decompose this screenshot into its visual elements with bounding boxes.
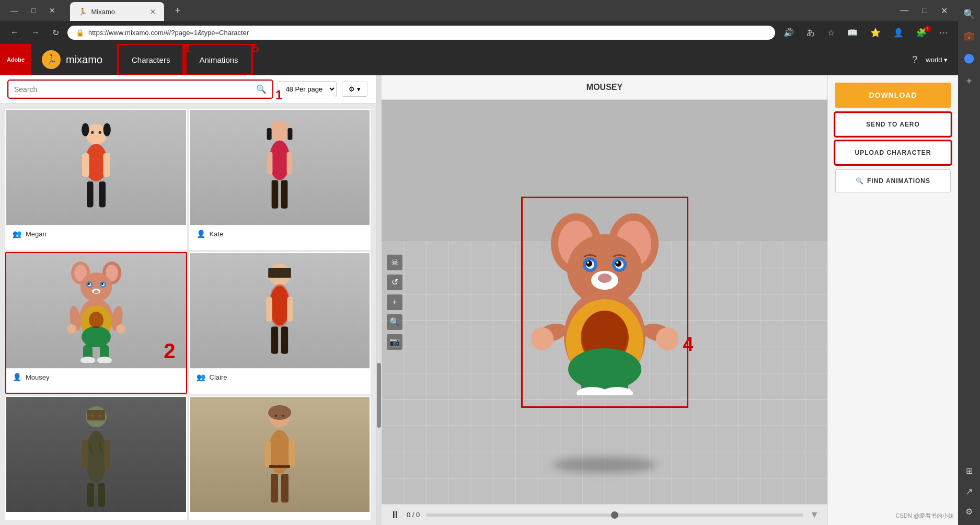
svg-point-42 xyxy=(89,312,103,328)
nav-forward-btn[interactable]: → xyxy=(27,26,44,39)
svg-point-28 xyxy=(101,283,103,285)
search-bar: 🔍 1 48 Per page 24 Per page 96 Per page … xyxy=(0,75,376,104)
find-anim-icon: 🔍 xyxy=(856,177,864,185)
sidebar-external-icon[interactable]: ↗ xyxy=(964,482,975,500)
character-card-kate[interactable]: 👤 Kate xyxy=(189,109,371,250)
kate-image xyxy=(190,110,370,225)
win-minimize-right[interactable]: — xyxy=(896,6,913,15)
character-card-zombie[interactable] xyxy=(5,396,187,520)
mousey-image: 2 xyxy=(6,253,186,368)
win-maximize-right[interactable]: □ xyxy=(918,6,931,15)
nav-back-btn[interactable]: ← xyxy=(6,26,23,39)
progress-bar[interactable] xyxy=(426,513,803,517)
browser-tab[interactable]: 🏃 Mixamo ✕ xyxy=(70,2,164,21)
adobe-text: Adobe xyxy=(7,56,25,63)
scrollbar-thumb[interactable] xyxy=(377,363,381,428)
svg-rect-49 xyxy=(271,327,278,354)
character-card-adventurer[interactable] xyxy=(189,396,371,520)
svg-point-41 xyxy=(97,357,112,363)
claire-name: Claire xyxy=(210,373,227,381)
view-zoom-icon[interactable]: 🔍 xyxy=(387,314,402,330)
upload-character-btn[interactable]: UPLOAD CHARACTER 3 xyxy=(835,141,951,164)
svg-point-10 xyxy=(269,120,290,141)
window-close[interactable]: ✕ xyxy=(45,5,60,16)
viewer-controls: ☠ ↺ + 🔍 📷 xyxy=(387,255,402,350)
new-tab-btn[interactable]: + xyxy=(169,2,186,19)
address-bar[interactable]: 🔒 https://www.mixamo.com/#/?page=1&type=… xyxy=(67,26,775,40)
download-btn[interactable]: DOWNLOAD 6 xyxy=(835,83,951,108)
megan-name: Megan xyxy=(26,230,47,238)
window-minimize[interactable]: — xyxy=(6,5,22,16)
tab-characters[interactable]: Characters 1 xyxy=(118,44,183,75)
sidebar-circle-icon[interactable]: ⬤ xyxy=(962,48,976,68)
svg-point-33 xyxy=(82,326,111,347)
window-maximize[interactable]: □ xyxy=(27,5,40,16)
svg-rect-70 xyxy=(281,474,289,503)
reader-icon[interactable]: 📖 xyxy=(843,26,862,40)
sidebar-settings-icon[interactable]: ⚙ xyxy=(963,503,975,521)
help-btn[interactable]: ? xyxy=(912,54,917,65)
mousey-svg xyxy=(62,258,130,363)
tab-close-btn[interactable]: ✕ xyxy=(150,8,156,16)
character-card-mousey[interactable]: 2 👤 Mousey xyxy=(5,252,187,393)
tab-animations[interactable]: Animations 5 xyxy=(186,44,251,75)
nav-right: ? world ▾ xyxy=(912,54,958,65)
settings-btn[interactable]: ⚙ ▾ xyxy=(342,82,367,97)
extensions-icon[interactable]: 🧩 ! xyxy=(912,26,931,40)
kate-type-icon: 👤 xyxy=(197,230,205,238)
view-undo-icon[interactable]: ↺ xyxy=(387,275,402,290)
svg-rect-44 xyxy=(268,268,291,278)
megan-image xyxy=(6,110,186,225)
view-camera-icon[interactable]: 📷 xyxy=(387,334,402,350)
profile-icon[interactable]: 👤 xyxy=(889,26,908,40)
svg-point-40 xyxy=(80,357,95,363)
adventurer-image xyxy=(190,397,370,512)
scrollbar-track[interactable] xyxy=(376,75,382,525)
search-input-wrap[interactable]: 🔍 1 xyxy=(8,81,272,98)
svg-point-37 xyxy=(116,324,125,334)
find-animations-btn[interactable]: 🔍 FIND ANIMATIONS xyxy=(835,169,951,192)
sidebar-grid-icon[interactable]: ⊞ xyxy=(964,462,975,480)
svg-rect-3 xyxy=(103,153,110,177)
svg-point-27 xyxy=(88,283,90,285)
megan-svg xyxy=(70,120,122,214)
selection-box-3d xyxy=(521,197,688,408)
svg-point-36 xyxy=(67,324,76,334)
action-panel: DOWNLOAD 6 SEND TO AERO UPLOAD CHARACTER… xyxy=(827,75,958,525)
sidebar-briefcase-icon[interactable]: 💼 xyxy=(961,26,977,46)
scroll-down-btn[interactable]: ▼ xyxy=(810,509,819,520)
more-icon[interactable]: ⋯ xyxy=(935,26,952,40)
play-pause-btn[interactable]: ⏸ xyxy=(390,509,400,521)
svg-point-22 xyxy=(80,272,112,302)
win-close-right[interactable]: ✕ xyxy=(937,6,952,16)
per-page-select[interactable]: 48 Per page 24 Per page 96 Per page xyxy=(278,81,337,97)
svg-rect-15 xyxy=(287,152,293,174)
svg-point-55 xyxy=(86,431,107,483)
search-icon: 🔍 xyxy=(256,84,267,94)
mousey-name-bar: 👤 Mousey xyxy=(6,368,186,385)
svg-point-46 xyxy=(270,286,290,326)
character-card-megan[interactable]: 👥 Megan xyxy=(5,109,187,250)
sidebar-search-icon[interactable]: 🔍 xyxy=(961,4,977,24)
svg-point-0 xyxy=(86,124,107,145)
view-rotate-icon[interactable]: ☠ xyxy=(387,255,402,270)
sidebar-plus-icon[interactable]: ＋ xyxy=(962,70,976,91)
search-input[interactable] xyxy=(14,85,253,94)
user-menu[interactable]: world ▾ xyxy=(926,56,948,64)
view-add-icon[interactable]: + xyxy=(387,294,402,310)
read-aloud-icon[interactable]: 🔊 xyxy=(779,26,798,40)
svg-rect-54 xyxy=(87,410,105,420)
svg-point-52 xyxy=(282,272,284,275)
browser-addressbar: ← → ↻ 🔒 https://www.mixamo.com/#/?page=1… xyxy=(0,21,958,44)
mousey-type-icon: 👤 xyxy=(13,373,21,381)
nav-refresh-btn[interactable]: ↻ xyxy=(48,26,63,40)
send-aero-btn[interactable]: SEND TO AERO xyxy=(835,113,951,136)
collections-icon[interactable]: ⭐ xyxy=(866,26,885,40)
translate-icon[interactable]: あ xyxy=(802,25,819,40)
browser-right-sidebar: 🔍 💼 ⬤ ＋ ⊞ ↗ ⚙ xyxy=(958,0,980,525)
character-card-claire[interactable]: 👥 Claire xyxy=(189,252,371,393)
svg-rect-16 xyxy=(272,180,279,208)
progress-thumb[interactable] xyxy=(611,511,618,519)
svg-point-65 xyxy=(268,405,291,420)
favorites-icon[interactable]: ☆ xyxy=(823,26,839,40)
